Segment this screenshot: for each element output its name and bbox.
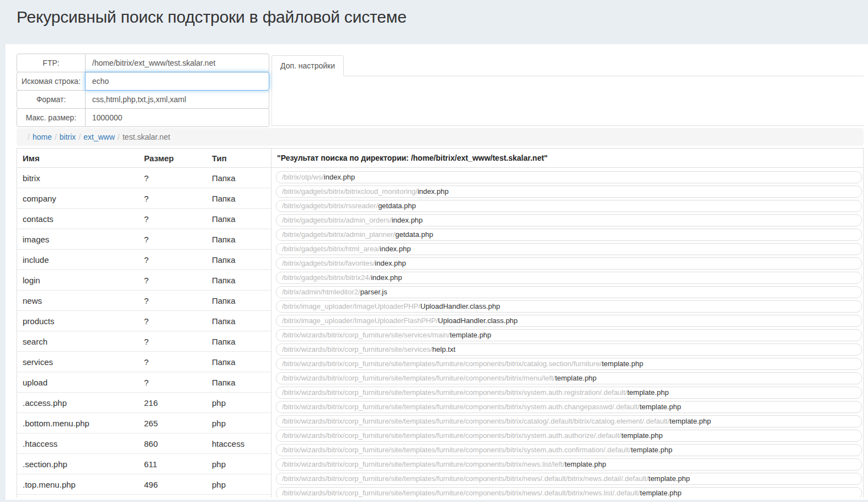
- table-row[interactable]: include?Папка: [17, 250, 271, 270]
- result-file: template.php: [631, 446, 672, 454]
- form-row-ftp: FTP:: [17, 54, 269, 72]
- tab-bar: Доп. настройки: [271, 55, 864, 76]
- result-item: /bitrix/otp/ws/index.php: [276, 171, 862, 183]
- file-name: upload: [17, 378, 139, 387]
- result-path: /bitrix/gadgets/bitrix/html_area/: [282, 245, 380, 253]
- result-file: index.php: [324, 173, 355, 181]
- table-row[interactable]: .access.php216php: [17, 393, 271, 413]
- file-size: 216: [139, 398, 206, 408]
- result-file: index.php: [371, 273, 402, 282]
- result-item: /bitrix/wizards/bitrix/corp_furniture/si…: [276, 329, 862, 341]
- max-size-label: Макс. размер:: [17, 108, 86, 127]
- table-row[interactable]: images?Папка: [17, 229, 271, 250]
- result-path: /bitrix/wizards/bitrix/corp_furniture/si…: [282, 446, 631, 454]
- result-item: /bitrix/wizards/bitrix/corp_furniture/si…: [276, 430, 862, 442]
- file-type: Папка: [206, 214, 271, 224]
- file-name: contacts: [17, 214, 139, 224]
- file-size: ?: [139, 337, 206, 346]
- table-row[interactable]: news?Папка: [17, 290, 271, 311]
- file-size: ?: [139, 276, 206, 285]
- result-item: /bitrix/gadgets/bitrix/bitrixcloud_monit…: [276, 186, 862, 198]
- tab-extra-settings[interactable]: Доп. настройки: [271, 55, 344, 76]
- table-row[interactable]: services?Папка: [17, 352, 271, 372]
- file-size: ?: [139, 255, 206, 265]
- result-file: template.php: [621, 431, 663, 440]
- table-row[interactable]: login?Папка: [17, 270, 271, 290]
- file-type: php: [206, 480, 271, 489]
- format-input[interactable]: [85, 90, 269, 109]
- table-row[interactable]: .top.menu.php496php: [17, 474, 271, 495]
- max-size-input[interactable]: [85, 108, 269, 127]
- result-item: /bitrix/wizards/bitrix/corp_furniture/si…: [276, 344, 862, 356]
- file-name: login: [17, 276, 139, 285]
- file-table-body: bitrix?Папкаcompany?Папкаcontacts?Папкаi…: [17, 168, 271, 495]
- table-row[interactable]: contacts?Папка: [17, 209, 271, 229]
- result-path: /bitrix/wizards/bitrix/corp_furniture/si…: [282, 460, 565, 468]
- file-size: ?: [139, 214, 206, 224]
- file-name: .access.php: [17, 398, 139, 408]
- table-row[interactable]: search?Папка: [17, 331, 271, 352]
- table-row[interactable]: products?Папка: [17, 311, 271, 331]
- result-file: template.php: [640, 489, 681, 497]
- result-path: /bitrix/gadgets/bitrix/bitrix24/: [282, 273, 371, 282]
- result-file: getdata.php: [395, 230, 433, 239]
- breadcrumb-separator: /: [115, 133, 123, 141]
- table-row[interactable]: upload?Папка: [17, 372, 271, 393]
- result-file: template.php: [601, 360, 643, 368]
- tab-content-extra-settings: [271, 76, 864, 126]
- form-row-max-size: Макс. размер:: [17, 108, 269, 127]
- file-type: Папка: [206, 357, 271, 367]
- result-file: getdata.php: [378, 202, 416, 210]
- file-type: Папка: [206, 173, 271, 183]
- result-file: template.php: [669, 417, 711, 425]
- file-type: Папка: [206, 378, 271, 387]
- file-type: php: [206, 398, 271, 408]
- file-type: Папка: [206, 316, 271, 326]
- result-item: /bitrix/image_uploader/ImageUploaderFlas…: [276, 315, 862, 327]
- file-size: ?: [139, 357, 206, 367]
- breadcrumb-item-ext_www[interactable]: ext_www: [83, 133, 115, 141]
- result-path: /bitrix/admin/htmleditor2/: [282, 288, 360, 296]
- table-row[interactable]: company?Папка: [17, 188, 271, 209]
- breadcrumb-separator: /: [25, 133, 33, 141]
- file-table-column-header: Тип: [206, 154, 271, 163]
- top-section: FTP:Искомая строка:Формат:Макс. размер: …: [17, 54, 864, 127]
- result-item: /bitrix/admin/htmleditor2/parser.js: [276, 286, 862, 298]
- search-results-panel: "Результат поиска по директории: /home/b…: [271, 149, 863, 498]
- result-path: /bitrix/wizards/bitrix/corp_furniture/si…: [282, 489, 640, 497]
- table-row[interactable]: bitrix?Папка: [17, 168, 271, 188]
- file-type: Папка: [206, 296, 271, 305]
- file-size: ?: [139, 194, 206, 203]
- breadcrumb-item-bitrix[interactable]: bitrix: [60, 133, 76, 141]
- ftp-input[interactable]: [85, 54, 269, 72]
- result-item: /bitrix/wizards/bitrix/corp_furniture/si…: [276, 444, 862, 456]
- file-size: 611: [139, 459, 206, 469]
- result-file: template.php: [648, 474, 690, 483]
- file-name: include: [17, 255, 139, 265]
- file-type: php: [206, 459, 271, 469]
- table-row[interactable]: .bottom.menu.php265php: [17, 413, 271, 434]
- tabs-block: Доп. настройки: [271, 55, 864, 126]
- breadcrumb-item-test.skalar.net: test.skalar.net: [123, 133, 170, 141]
- result-path: /bitrix/wizards/bitrix/corp_furniture/si…: [282, 474, 648, 483]
- result-path: /bitrix/otp/ws/: [282, 173, 324, 181]
- file-size: ?: [139, 378, 206, 387]
- result-item: /bitrix/gadgets/bitrix/admin_orders/inde…: [276, 214, 862, 226]
- table-row[interactable]: .section.php611php: [17, 454, 271, 474]
- page-title: Рекурсивный поиск подстроки в файловой с…: [17, 8, 868, 27]
- result-item: /bitrix/wizards/bitrix/corp_furniture/si…: [276, 387, 862, 399]
- query-input[interactable]: [85, 72, 269, 91]
- breadcrumb-item-home[interactable]: home: [33, 133, 52, 141]
- file-name: bitrix: [17, 173, 139, 183]
- table-row[interactable]: .htaccess860htaccess: [17, 434, 271, 454]
- result-path: /bitrix/wizards/bitrix/corp_furniture/si…: [282, 417, 669, 425]
- result-file: index.php: [375, 259, 406, 267]
- file-size: 860: [139, 439, 206, 448]
- result-file: help.txt: [432, 345, 455, 353]
- result-item: /bitrix/gadgets/bitrix/admin_planner/get…: [276, 229, 862, 241]
- result-item: /bitrix/wizards/bitrix/corp_furniture/si…: [276, 473, 862, 485]
- result-item: /bitrix/wizards/bitrix/corp_furniture/si…: [276, 372, 862, 384]
- result-path: /bitrix/gadgets/bitrix/bitrixcloud_monit…: [282, 187, 418, 195]
- search-form: FTP:Искомая строка:Формат:Макс. размер:: [17, 54, 269, 127]
- result-file: template.php: [450, 331, 491, 339]
